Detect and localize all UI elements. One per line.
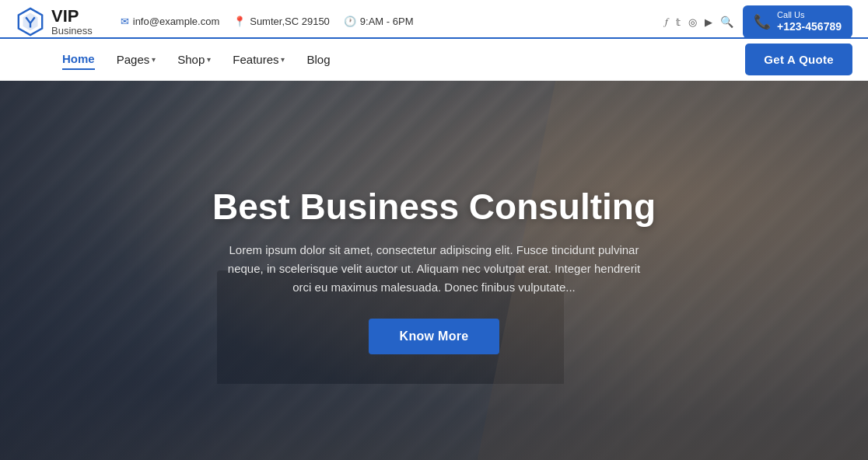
email-text: info@example.com bbox=[133, 16, 219, 27]
top-bar-right: 𝑓 𝕥 ◎ ▶ 🔍 📞 Call Us +123-456789 bbox=[665, 5, 852, 38]
hero-description: Lorem ipsum dolor sit amet, consectetur … bbox=[224, 241, 644, 297]
nav-features[interactable]: Features ▾ bbox=[233, 50, 285, 69]
nav-shop-label: Shop bbox=[177, 53, 205, 66]
logo-icon bbox=[16, 7, 45, 37]
logo-business: Business bbox=[51, 26, 93, 37]
get-quote-button[interactable]: Get A Quote bbox=[745, 44, 852, 75]
nav-blog-label: Blog bbox=[306, 53, 330, 66]
know-more-button[interactable]: Know More bbox=[369, 319, 500, 354]
youtube-icon[interactable]: ▶ bbox=[705, 16, 712, 28]
contact-items: ✉ info@example.com 📍 Sumter,SC 29150 🕐 9… bbox=[121, 16, 414, 27]
call-us-number: +123-456789 bbox=[777, 20, 842, 33]
email-contact: ✉ info@example.com bbox=[121, 16, 219, 27]
call-us-label: Call Us bbox=[777, 10, 842, 20]
social-icons: 𝑓 𝕥 ◎ ▶ 🔍 bbox=[665, 16, 733, 28]
call-us-text: Call Us +123-456789 bbox=[777, 10, 842, 33]
nav-links: Home Pages ▾ Shop ▾ Features ▾ Blog bbox=[62, 49, 331, 70]
location-contact: 📍 Sumter,SC 29150 bbox=[233, 16, 330, 27]
instagram-icon[interactable]: ◎ bbox=[688, 16, 697, 28]
nav-pages-label: Pages bbox=[117, 53, 150, 66]
facebook-icon[interactable]: 𝑓 bbox=[665, 16, 668, 28]
location-icon: 📍 bbox=[233, 16, 246, 27]
nav-home-label: Home bbox=[62, 52, 95, 65]
phone-icon: 📞 bbox=[754, 13, 771, 30]
clock-icon: 🕐 bbox=[344, 16, 356, 27]
nav-home[interactable]: Home bbox=[62, 49, 95, 70]
features-chevron-icon: ▾ bbox=[281, 55, 285, 64]
nav-pages[interactable]: Pages ▾ bbox=[117, 50, 156, 69]
hero-section: Best Business Consulting Lorem ipsum dol… bbox=[0, 81, 868, 460]
hours-contact: 🕐 9:AM - 6PM bbox=[344, 16, 414, 27]
hero-content: Best Business Consulting Lorem ipsum dol… bbox=[0, 81, 868, 460]
search-button[interactable]: 🔍 bbox=[720, 16, 733, 28]
pages-chevron-icon: ▾ bbox=[152, 55, 156, 64]
top-bar-left: VIP Business ✉ info@example.com 📍 Sumter… bbox=[16, 7, 413, 37]
logo-text: VIP Business bbox=[51, 7, 93, 37]
logo-vip: VIP bbox=[51, 7, 93, 26]
hours-text: 9:AM - 6PM bbox=[360, 16, 414, 27]
hero-title: Best Business Consulting bbox=[212, 186, 656, 228]
email-icon: ✉ bbox=[121, 16, 129, 27]
call-us-box[interactable]: 📞 Call Us +123-456789 bbox=[743, 5, 852, 38]
location-text: Sumter,SC 29150 bbox=[250, 16, 330, 27]
nav-bar: Home Pages ▾ Shop ▾ Features ▾ Blog Get … bbox=[0, 39, 868, 81]
nav-blog[interactable]: Blog bbox=[306, 50, 330, 69]
shop-chevron-icon: ▾ bbox=[207, 55, 211, 64]
logo[interactable]: VIP Business bbox=[16, 7, 93, 37]
top-bar: VIP Business ✉ info@example.com 📍 Sumter… bbox=[0, 0, 868, 39]
nav-shop[interactable]: Shop ▾ bbox=[177, 50, 211, 69]
twitter-icon[interactable]: 𝕥 bbox=[676, 16, 681, 28]
nav-features-label: Features bbox=[233, 53, 278, 66]
